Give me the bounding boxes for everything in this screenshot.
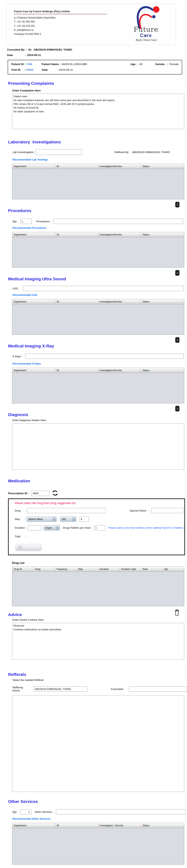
- patient-name-value: MARCIA LIORA BIBI: [62, 63, 87, 66]
- lab-table: DepartmentIDInvestigation/ServiceStatus: [12, 164, 184, 199]
- refferal-sub-label: Select the needed Refferal: [12, 679, 187, 682]
- consultant-label: Consultant: [111, 687, 123, 690]
- clear-lab-table-button[interactable]: [175, 202, 180, 209]
- clinical-consultation-page: Future Care by Future Holdings (Pty) Lim…: [0, 4, 187, 868]
- refresh-icon: [52, 490, 58, 496]
- column-header: Fequency: [55, 567, 77, 571]
- chevron-down-icon: ▼: [56, 526, 59, 530]
- logo-word-care: Care♥: [122, 33, 170, 38]
- refferal-list-box[interactable]: [12, 695, 184, 792]
- frequency-select[interactable]: OD▼: [60, 516, 76, 522]
- company-phone-2: T: +24 84 225 252: [14, 24, 108, 28]
- section-title-medication: Medication: [8, 478, 187, 483]
- lab-table-header: DepartmentIDInvestigation/ServiceStatus: [12, 164, 184, 169]
- advice-textarea[interactable]: Reassure Continue medications as earlier…: [12, 623, 184, 659]
- procedures-qty-input[interactable]: [20, 219, 32, 224]
- column-header: Status: [141, 823, 184, 828]
- patient-info-box: Patient ID : 7186 Patient Name : MARCIA …: [8, 60, 182, 74]
- consultant-input[interactable]: [129, 686, 187, 691]
- visit-id-value: 15504: [26, 68, 34, 71]
- column-header: Status: [141, 299, 184, 304]
- per-meal-label: Drugs/Tablets per meal :: [63, 526, 92, 529]
- other-services-input[interactable]: [56, 809, 186, 814]
- column-header: Note: [141, 567, 163, 571]
- drug-input[interactable]: [27, 508, 106, 513]
- clear-procedures-table-button[interactable]: [175, 270, 180, 277]
- way-select[interactable]: Before Meal▼: [27, 516, 57, 522]
- special-notes-input[interactable]: [151, 508, 184, 513]
- clear-uss-table-button[interactable]: [175, 337, 180, 344]
- patient-age-value: 40: [139, 63, 142, 66]
- company-address: Le Chainter,Victoria,Mahe,Seychelles: [14, 16, 108, 20]
- xray-table-header: DepartmentIDInvestigation/ServiceStatus: [12, 368, 184, 373]
- column-header: ID: [55, 232, 98, 237]
- consultation-date-row: Date: 2024-09-11: [7, 54, 187, 57]
- patient-gender-field: Gender : Female: [155, 63, 179, 66]
- other-services-label: Other Services :: [35, 810, 54, 813]
- column-header: Status: [141, 368, 184, 373]
- refresh-prescription-button[interactable]: [52, 490, 58, 496]
- clear-xray-table-button[interactable]: [175, 405, 180, 412]
- special-notes-label: Special Notes :: [130, 509, 149, 512]
- company-name: Future Care by Future Holdings (Pty) Lim…: [14, 10, 107, 14]
- xray-table-body: [12, 373, 184, 403]
- reffering-doctor-label: Reffering Doctor: [12, 686, 31, 692]
- recommended-xrays-link[interactable]: Recommended X-Rays: [12, 362, 41, 365]
- trash-icon: [175, 405, 180, 412]
- consulted-by-value: Dr. ABIODUN EMMANUEL TAIWO: [29, 48, 72, 51]
- recommended-uss-link[interactable]: Recommended USS: [12, 293, 37, 297]
- date-value: : 2024-09-11: [25, 54, 41, 57]
- prescription-id-input[interactable]: [31, 491, 49, 496]
- drug-list-table-header: Drug IDDrugFequencyWayDurationDuration T…: [12, 567, 184, 572]
- column-header: Department: [12, 164, 55, 169]
- uss-input[interactable]: [23, 286, 184, 291]
- logo-tagline: Body Mind Soul: [122, 38, 170, 41]
- add-drug-button[interactable]: + Add Drug: [15, 544, 42, 551]
- recommended-procedures-link[interactable]: Recommended Procedures: [12, 226, 46, 229]
- visit-date-value: 2024-09-11: [59, 68, 73, 71]
- prescription-id-label: Prescription ID :: [8, 492, 30, 495]
- xray-table: DepartmentIDInvestigation/ServiceStatus: [12, 368, 184, 403]
- procedures-label: Procedures :: [36, 220, 52, 223]
- column-header: ID: [55, 823, 98, 828]
- trash-icon: [175, 337, 180, 343]
- column-header: ID: [55, 164, 98, 169]
- consulted-by-row: Consulted By : Dr. ABIODUN EMMANUEL TAIW…: [7, 48, 187, 51]
- lab-investigation-input[interactable]: [36, 149, 82, 155]
- way-qty-input[interactable]: [80, 517, 89, 522]
- logo-word-future: Future: [122, 26, 170, 33]
- diagnosis-textarea[interactable]: [12, 423, 184, 470]
- column-header: Investigation / Service: [98, 823, 141, 828]
- recommended-other-services-link[interactable]: Recommended Other Services: [12, 817, 50, 820]
- company-header-card: Future Care by Future Holdings (Pty) Lim…: [6, 4, 176, 45]
- other-services-table: DepartmentIDInvestigation / ServiceStatu…: [12, 823, 184, 865]
- patient-gender-value: Female: [170, 63, 179, 66]
- other-qty-label: Qty :: [12, 810, 19, 813]
- lab-table-body: [12, 169, 184, 199]
- company-email: E: jude@future.sc: [14, 28, 108, 32]
- duration-input[interactable]: [28, 525, 41, 530]
- other-services-table-body: [12, 828, 184, 864]
- reffering-doctor-input[interactable]: [33, 686, 87, 691]
- date-label: Date: [7, 54, 25, 57]
- per-meal-input[interactable]: [94, 525, 105, 530]
- procedures-table: DepartmentIDInvestigation/ServiceStatus: [12, 232, 184, 268]
- other-qty-input[interactable]: [20, 809, 32, 814]
- recommended-lab-testings-link[interactable]: Recommended Lab Testings: [12, 158, 48, 161]
- xrays-input[interactable]: [25, 354, 184, 359]
- duration-unit-select[interactable]: Day/s▼: [43, 525, 60, 530]
- procedures-input[interactable]: [53, 219, 183, 224]
- heart-icon: ♥: [146, 34, 147, 36]
- column-header: Investigation/Service: [98, 368, 141, 373]
- company-phone-1: T: +24 82 593 593: [14, 20, 108, 24]
- column-header: Investigation/Service: [98, 232, 141, 237]
- drug-entry-panel: Please select the Drug from Drug suggess…: [8, 498, 185, 555]
- clear-drug-list-button[interactable]: [174, 609, 180, 617]
- xrays-label: X-Rays :: [12, 355, 23, 358]
- section-title-procedures: Procedures: [8, 208, 187, 213]
- uss-table-body: [12, 304, 184, 335]
- complaints-textarea[interactable]: Patient seen No new complains however sh…: [12, 94, 184, 129]
- procedures-qty-label: Qty :: [12, 220, 19, 223]
- section-title-presenting-complaints: Presenting Complaints: [8, 81, 187, 86]
- section-title-laboratory-investigations: Laboratory Investigations: [8, 140, 187, 145]
